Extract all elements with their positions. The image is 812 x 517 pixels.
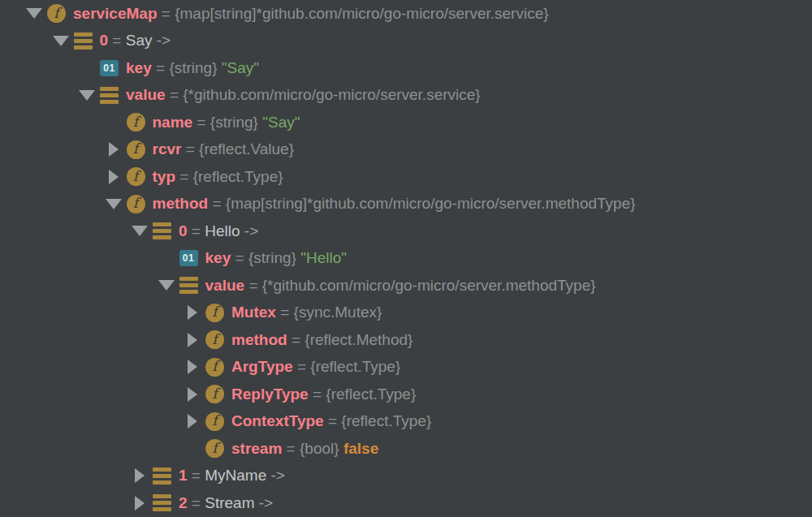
triangle-down-icon[interactable] xyxy=(53,36,69,46)
triangle-right-icon[interactable] xyxy=(188,305,197,320)
variable-type: {reflect.Value} xyxy=(199,140,294,157)
expand-toggle[interactable] xyxy=(21,0,47,28)
row-text: 0 = Hello -> xyxy=(179,222,258,240)
expand-toggle[interactable] xyxy=(179,381,205,408)
map-key-icon: 01 xyxy=(179,250,198,266)
tree-row[interactable]: fReplyType = {reflect.Type} xyxy=(0,381,812,408)
tree-row[interactable]: 1 = MyName -> xyxy=(0,463,812,490)
variable-value: Hello xyxy=(205,222,240,239)
variable-type: {bool} xyxy=(300,440,339,457)
field-icon: f xyxy=(205,330,224,349)
expand-toggle[interactable] xyxy=(127,463,153,490)
variable-type: {string} xyxy=(248,249,296,266)
variable-name: ContextType xyxy=(231,412,324,429)
field-icon: f xyxy=(127,113,145,131)
tree-row[interactable]: frcvr = {reflect.Value} xyxy=(0,136,812,164)
triangle-down-icon[interactable] xyxy=(158,280,175,291)
tree-row[interactable]: fmethod = {reflect.Method} xyxy=(0,326,812,354)
variable-name: method xyxy=(153,195,209,212)
row-text: 2 = Stream -> xyxy=(179,494,273,512)
tree-row[interactable]: fContextType = {reflect.Type} xyxy=(0,408,812,436)
debugger-variables-panel: fserviceMap = {map[string]*github.com/mi… xyxy=(0,0,812,517)
map-arrow-suffix: -> xyxy=(157,32,171,49)
field-icon: f xyxy=(205,304,224,322)
equals-sign: = xyxy=(156,59,165,76)
equals-sign: = xyxy=(313,386,322,403)
row-text: Mutex = {sync.Mutex} xyxy=(231,304,382,321)
variable-type: {*github.com/micro/go-micro/server.servi… xyxy=(183,86,480,103)
expand-toggle[interactable] xyxy=(179,408,205,436)
tree-row[interactable]: 01key = {string} "Hello" xyxy=(0,245,812,273)
tree-row[interactable]: fname = {string} "Say" xyxy=(0,109,812,136)
variable-name: 0 xyxy=(179,222,188,239)
row-text: typ = {reflect.Type} xyxy=(153,168,283,186)
expand-toggle[interactable] xyxy=(179,354,205,381)
expand-toggle[interactable] xyxy=(101,136,127,164)
variable-type: {reflect.Type} xyxy=(193,168,283,185)
triangle-right-icon[interactable] xyxy=(109,170,119,184)
equals-sign: = xyxy=(112,32,121,49)
triangle-down-icon[interactable] xyxy=(132,226,148,236)
expand-toggle[interactable] xyxy=(127,218,153,245)
equals-sign: = xyxy=(197,114,205,131)
triangle-down-icon[interactable] xyxy=(79,90,95,101)
triangle-down-icon[interactable] xyxy=(26,8,42,19)
tree-row[interactable]: fArgType = {reflect.Type} xyxy=(0,354,812,381)
variable-name: stream xyxy=(231,440,282,457)
variable-type: {*github.com/micro/go-micro/server.metho… xyxy=(262,277,596,294)
variable-name: value xyxy=(205,277,245,294)
expand-toggle[interactable] xyxy=(153,272,179,299)
variable-type: {map[string]*github.com/micro/go-micro/s… xyxy=(226,195,636,212)
triangle-right-icon[interactable] xyxy=(109,142,119,157)
twisty-spacer xyxy=(101,109,127,136)
tree-row[interactable]: fmethod = {map[string]*github.com/micro/… xyxy=(0,191,812,218)
variable-name: key xyxy=(126,59,152,76)
tree-row[interactable]: value = {*github.com/micro/go-micro/serv… xyxy=(0,272,812,299)
tree-row[interactable]: 0 = Say -> xyxy=(0,28,812,55)
row-text: method = {reflect.Method} xyxy=(231,331,412,349)
tree-row[interactable]: 01key = {string} "Say" xyxy=(0,54,812,82)
triangle-right-icon[interactable] xyxy=(188,360,197,374)
tree-row[interactable]: fMutex = {sync.Mutex} xyxy=(0,299,812,327)
variable-name: serviceMap xyxy=(73,5,158,22)
variable-value: Say xyxy=(126,32,153,49)
expand-toggle[interactable] xyxy=(48,28,74,55)
row-text: serviceMap = {map[string]*github.com/mic… xyxy=(73,5,549,23)
expand-toggle[interactable] xyxy=(179,299,205,327)
triangle-right-icon[interactable] xyxy=(135,496,145,511)
tree-row[interactable]: fstream = {bool} false xyxy=(0,435,812,463)
variable-name: key xyxy=(205,249,231,266)
triangle-down-icon[interactable] xyxy=(106,199,122,209)
tree-row[interactable]: fserviceMap = {map[string]*github.com/mi… xyxy=(0,0,812,28)
triangle-right-icon[interactable] xyxy=(188,414,197,429)
equals-sign: = xyxy=(235,249,244,266)
expand-toggle[interactable] xyxy=(101,191,127,218)
triangle-right-icon[interactable] xyxy=(135,468,145,483)
tree-row[interactable]: 0 = Hello -> xyxy=(0,218,812,245)
field-icon: f xyxy=(205,439,224,458)
expand-toggle[interactable] xyxy=(127,489,153,517)
map-entry-icon xyxy=(179,277,198,294)
map-entry-icon xyxy=(74,32,93,50)
expand-toggle[interactable] xyxy=(179,326,205,354)
tree-row[interactable]: value = {*github.com/micro/go-micro/serv… xyxy=(0,82,812,110)
variable-name: typ xyxy=(153,168,176,185)
equals-sign: = xyxy=(179,168,188,185)
variable-name: 1 xyxy=(179,467,188,484)
equals-sign: = xyxy=(170,86,179,103)
row-text: value = {*github.com/micro/go-micro/serv… xyxy=(126,86,481,104)
variable-value: "Say" xyxy=(222,59,259,76)
expand-toggle[interactable] xyxy=(101,163,127,191)
map-entry-icon xyxy=(153,494,171,511)
map-entry-icon xyxy=(153,467,171,485)
triangle-right-icon[interactable] xyxy=(188,387,197,402)
variable-name: 2 xyxy=(179,494,188,511)
map-entry-icon xyxy=(153,222,171,239)
expand-toggle[interactable] xyxy=(74,82,100,110)
tree-row[interactable]: ftyp = {reflect.Type} xyxy=(0,163,812,191)
triangle-right-icon[interactable] xyxy=(188,333,197,347)
variable-name: value xyxy=(126,86,166,103)
equals-sign: = xyxy=(192,467,201,484)
equals-sign: = xyxy=(186,140,195,157)
tree-row[interactable]: 2 = Stream -> xyxy=(0,489,812,517)
